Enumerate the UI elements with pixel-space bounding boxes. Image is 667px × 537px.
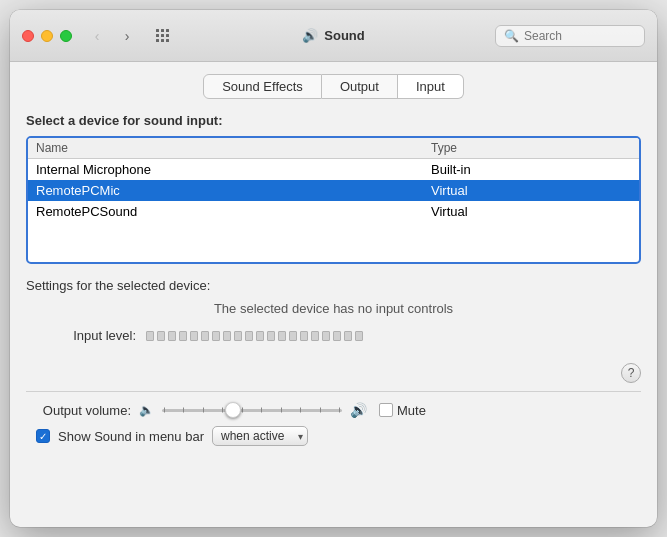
level-bar [223,331,231,341]
chevron-right-icon: › [125,28,130,44]
maximize-button[interactable] [60,30,72,42]
level-bar [157,331,165,341]
titlebar: ‹ › 🔊 Sound 🔍 [10,10,657,62]
back-button[interactable]: ‹ [84,27,110,45]
close-button[interactable] [22,30,34,42]
level-bar [278,331,286,341]
level-bar [344,331,352,341]
speaker-icon: 🔊 [302,28,318,43]
help-button[interactable]: ? [621,363,641,383]
help-button-row: ? [26,363,641,383]
volume-row: Output volume: 🔈 [26,402,641,418]
level-bar [179,331,187,341]
level-bar [256,331,264,341]
level-bar [234,331,242,341]
show-sound-label: Show Sound in menu bar [58,429,204,444]
device-name: Internal Microphone [36,162,431,177]
select-device-label: Select a device for sound input: [26,113,641,128]
speaker-low-icon: 🔈 [139,403,154,417]
level-bar [245,331,253,341]
output-volume-label: Output volume: [36,403,131,418]
nav-buttons: ‹ › [84,27,140,45]
level-bar [333,331,341,341]
tab-bar: Sound Effects Output Input [26,74,641,99]
device-name: RemotePCMic [36,183,431,198]
window-title-text: Sound [324,28,364,43]
tab-sound-effects[interactable]: Sound Effects [203,74,322,99]
main-window: ‹ › 🔊 Sound 🔍 Sound Effects Output [10,10,657,527]
search-input[interactable] [524,29,636,43]
search-box[interactable]: 🔍 [495,25,645,47]
when-active-select-wrapper: when active always ▾ [212,426,308,446]
level-bar [146,331,154,341]
table-row[interactable]: RemotePCMic Virtual [28,180,639,201]
volume-track [162,409,342,412]
chevron-left-icon: ‹ [95,28,100,44]
device-type: Built-in [431,162,631,177]
level-bar [322,331,330,341]
no-controls-text: The selected device has no input control… [26,301,641,316]
tab-output[interactable]: Output [322,74,398,99]
show-sound-row: ✓ Show Sound in menu bar when active alw… [26,426,641,446]
device-type: Virtual [431,183,631,198]
table-body: Internal Microphone Built-in RemotePCMic… [28,159,639,262]
input-level-row: Input level: [26,328,641,343]
level-bar [289,331,297,341]
titlebar-title: 🔊 Sound [302,28,364,43]
level-bar [190,331,198,341]
grid-icon[interactable] [156,29,170,42]
device-name: RemotePCSound [36,204,431,219]
volume-thumb[interactable] [225,402,241,418]
show-sound-checkbox[interactable]: ✓ [36,429,50,443]
minimize-button[interactable] [41,30,53,42]
device-type: Virtual [431,204,631,219]
table-row[interactable]: RemotePCSound Virtual [28,201,639,222]
level-bar [212,331,220,341]
input-level-bars [146,331,363,341]
level-bar [355,331,363,341]
mute-container: Mute [379,403,426,418]
mute-label: Mute [397,403,426,418]
content-area: Sound Effects Output Input Select a devi… [10,62,657,527]
mute-checkbox[interactable] [379,403,393,417]
level-bar [300,331,308,341]
volume-slider[interactable] [162,403,342,417]
column-header-type: Type [431,141,631,155]
search-icon: 🔍 [504,29,519,43]
table-row[interactable]: Internal Microphone Built-in [28,159,639,180]
level-bar [311,331,319,341]
level-bar [201,331,209,341]
traffic-lights [22,30,72,42]
settings-label: Settings for the selected device: [26,278,641,293]
bottom-controls: Output volume: 🔈 [26,391,641,446]
level-bar [168,331,176,341]
input-level-label: Input level: [56,328,136,343]
device-table: Name Type Internal Microphone Built-in R… [26,136,641,264]
table-header: Name Type [28,138,639,159]
tab-input[interactable]: Input [398,74,464,99]
when-active-select[interactable]: when active always [212,426,308,446]
forward-button[interactable]: › [114,27,140,45]
settings-section: Settings for the selected device: The se… [26,278,641,353]
level-bar [267,331,275,341]
column-header-name: Name [36,141,431,155]
speaker-high-icon: 🔊 [350,402,367,418]
